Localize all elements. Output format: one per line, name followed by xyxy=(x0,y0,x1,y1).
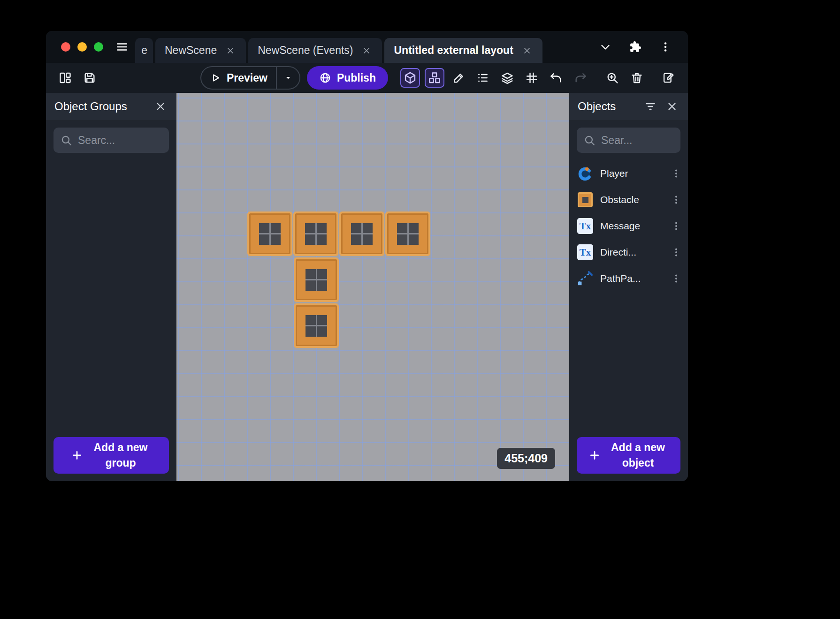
trash-icon xyxy=(630,71,643,84)
tab-overflow-button[interactable] xyxy=(597,38,614,55)
object-menu-button[interactable] xyxy=(669,191,683,208)
close-tab-button[interactable] xyxy=(224,45,237,57)
zoom-button[interactable] xyxy=(603,68,622,88)
edit-note-icon xyxy=(662,71,675,84)
close-window-button[interactable] xyxy=(61,42,70,52)
tab-clipped[interactable]: e xyxy=(135,38,153,63)
cursor-coordinates-badge: 455;409 xyxy=(497,448,555,469)
objects-panel: Objects xyxy=(569,93,688,481)
toggle-3d-view-button[interactable] xyxy=(400,68,420,88)
minimize-window-button[interactable] xyxy=(77,42,87,52)
close-icon xyxy=(362,46,371,55)
hamburger-icon xyxy=(116,41,128,53)
tab-bar: e NewScene NewScene (Events) Untitled ex… xyxy=(46,31,688,63)
preview-split-button: Preview xyxy=(200,66,300,90)
close-panel-button[interactable] xyxy=(153,99,168,114)
toggle-grid-button[interactable] xyxy=(522,68,542,88)
open-layers-panel-button[interactable] xyxy=(497,68,517,88)
layout-panels-icon xyxy=(59,71,72,84)
extensions-button[interactable] xyxy=(627,38,644,55)
tab-label: NewScene (Events) xyxy=(258,44,353,57)
object-menu-button[interactable] xyxy=(669,218,683,234)
path-icon xyxy=(577,270,594,287)
delete-button[interactable] xyxy=(627,68,647,88)
kebab-menu-icon xyxy=(671,168,681,179)
toolbar-right-actions xyxy=(546,68,679,88)
tab-untitled-external-layout[interactable]: Untitled external layout xyxy=(384,38,542,63)
publish-label: Publish xyxy=(337,72,376,84)
toggle-instances-view-button[interactable] xyxy=(425,68,444,88)
kebab-menu-icon xyxy=(659,41,672,53)
open-instances-list-button[interactable] xyxy=(473,68,493,88)
save-project-button[interactable] xyxy=(80,68,99,88)
tab-newscene[interactable]: NewScene xyxy=(155,38,246,63)
object-groups-search-input[interactable] xyxy=(78,134,162,147)
bullet-list-icon xyxy=(476,71,489,84)
search-icon xyxy=(60,134,72,146)
main-menu-button[interactable] xyxy=(113,38,131,56)
objects-search-input[interactable] xyxy=(601,134,674,147)
object-name: Message xyxy=(600,220,663,232)
edit-scene-events-button[interactable] xyxy=(659,68,679,88)
edit-scene-properties-button[interactable] xyxy=(449,68,469,88)
object-groups-header: Object Groups xyxy=(46,93,176,120)
object-menu-button[interactable] xyxy=(669,270,683,287)
globe-icon xyxy=(319,72,331,84)
search-icon xyxy=(583,134,596,146)
crate-instance[interactable] xyxy=(293,211,338,256)
tab-label: e xyxy=(141,44,147,57)
layers-icon xyxy=(501,71,514,84)
crate-instance[interactable] xyxy=(385,211,430,256)
zoom-in-icon xyxy=(606,71,619,84)
crate-instance[interactable] xyxy=(339,211,384,256)
scene-canvas[interactable]: 455;409 xyxy=(176,93,569,481)
objects-search[interactable] xyxy=(577,128,680,153)
window-controls xyxy=(46,42,113,52)
close-tab-button[interactable] xyxy=(360,45,373,57)
object-menu-button[interactable] xyxy=(669,244,683,261)
object-item-directions[interactable]: Tx Directi... xyxy=(569,239,688,265)
object-item-player[interactable]: Player xyxy=(569,160,688,187)
tab-newscene-events[interactable]: NewScene (Events) xyxy=(248,38,382,63)
undo-button[interactable] xyxy=(546,68,566,88)
preview-button[interactable]: Preview xyxy=(201,72,276,84)
tab-label: NewScene xyxy=(165,44,217,57)
text-object-icon: Tx xyxy=(577,218,594,234)
add-group-label: Add a new group xyxy=(90,440,152,471)
undo-icon xyxy=(550,71,563,84)
cubes-stack-icon xyxy=(428,71,441,84)
tab-label: Untitled external layout xyxy=(394,44,513,57)
window-more-menu-button[interactable] xyxy=(657,38,674,55)
preview-options-button[interactable] xyxy=(276,66,299,90)
object-groups-search[interactable] xyxy=(53,128,169,153)
open-project-manager-button[interactable] xyxy=(55,68,75,88)
caret-down-icon xyxy=(283,73,293,83)
add-group-button[interactable]: Add a new group xyxy=(53,437,169,474)
crate-instance[interactable] xyxy=(294,257,339,302)
close-panel-button[interactable] xyxy=(664,99,680,114)
cube-3d-icon xyxy=(404,71,417,84)
close-icon xyxy=(226,46,235,55)
objects-list: Player Obstacle Tx xyxy=(569,160,688,430)
crate-instance[interactable] xyxy=(247,211,292,256)
object-menu-button[interactable] xyxy=(669,165,683,182)
object-item-message[interactable]: Tx Message xyxy=(569,213,688,239)
filter-objects-button[interactable] xyxy=(643,99,658,114)
puzzle-icon xyxy=(629,41,641,53)
fullscreen-window-button[interactable] xyxy=(94,42,103,52)
close-tab-button[interactable] xyxy=(521,45,533,57)
app-window: e NewScene NewScene (Events) Untitled ex… xyxy=(46,31,688,481)
object-name: PathPa... xyxy=(600,273,663,284)
editor-content: Object Groups Add a new group 455;409 Ob… xyxy=(46,93,688,481)
text-object-icon: Tx xyxy=(577,244,594,261)
redo-button[interactable] xyxy=(571,68,590,88)
add-object-button[interactable]: Add a new object xyxy=(577,437,680,474)
publish-button[interactable]: Publish xyxy=(307,66,388,90)
object-item-obstacle[interactable]: Obstacle xyxy=(569,187,688,213)
object-item-pathpainter[interactable]: PathPa... xyxy=(569,265,688,292)
close-icon xyxy=(154,100,167,113)
kebab-menu-icon xyxy=(671,221,681,231)
crate-instance[interactable] xyxy=(294,303,339,348)
main-toolbar: Preview Publish xyxy=(46,63,688,93)
object-groups-panel: Object Groups Add a new group xyxy=(46,93,176,481)
